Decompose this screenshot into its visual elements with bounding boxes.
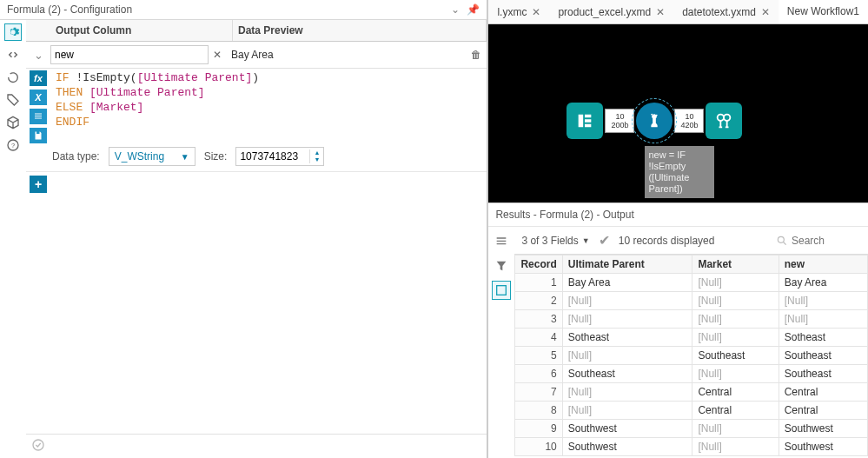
table-row[interactable]: 2[Null][Null][Null]	[515, 292, 868, 310]
cell-market: [Null]	[692, 438, 779, 456]
columns-header: Output Column Data Preview	[26, 20, 487, 42]
gear-icon[interactable]	[4, 23, 22, 41]
svg-rect-7	[497, 286, 507, 295]
left-tool-rail: ?	[0, 20, 26, 458]
cell-record: 6	[515, 365, 562, 383]
table-row[interactable]: 5[Null]SoutheastSoutheast	[515, 347, 868, 365]
svg-text:?: ?	[11, 142, 15, 149]
cell-record: 5	[515, 347, 562, 365]
browse-tool-node[interactable]	[706, 103, 742, 139]
size-down-icon[interactable]: ▼	[310, 156, 323, 163]
tab-file-0[interactable]: l.yxmc✕	[488, 0, 549, 23]
svg-point-4	[656, 115, 658, 116]
cell-market: [Null]	[692, 329, 779, 347]
results-title: Results - Formula (2) - Output	[488, 202, 868, 227]
cell-market: [Null]	[692, 310, 779, 329]
cell-ultimate-parent: [Null]	[562, 310, 692, 329]
refresh-icon[interactable]	[4, 69, 22, 86]
clear-input-icon[interactable]: ✕	[209, 49, 226, 61]
workflow-canvas[interactable]: 10200b 10420b new = IF !IsEmpty ([Ultima…	[488, 24, 868, 202]
table-icon[interactable]	[492, 232, 511, 251]
formula-row-header: ⌄ ✕ Bay Area 🗑	[26, 42, 487, 69]
cell-new: Southwest	[779, 420, 867, 438]
cell-ultimate-parent: Southwest	[562, 420, 692, 438]
cell-new: [Null]	[779, 292, 867, 310]
pin-icon[interactable]: 📌	[467, 3, 480, 16]
datatype-label: Data type:	[52, 150, 100, 163]
table-row[interactable]: 4Sotheast[Null]Sotheast	[515, 329, 868, 347]
add-formula-button[interactable]: +	[30, 176, 47, 193]
search-icon	[776, 235, 788, 247]
cell-ultimate-parent: Sotheast	[562, 329, 692, 347]
code-icon[interactable]	[4, 46, 22, 63]
size-up-icon[interactable]: ▲	[310, 149, 323, 156]
table-row[interactable]: 7[Null]CentralCentral	[515, 383, 868, 402]
tag-icon[interactable]	[4, 91, 22, 109]
tab-file-1[interactable]: product_excel.yxmd✕	[549, 0, 673, 23]
cube-icon[interactable]	[4, 114, 22, 131]
cell-new: [Null]	[779, 310, 867, 329]
cell-market: Central	[692, 383, 779, 402]
list-icon[interactable]	[30, 109, 47, 124]
close-icon[interactable]: ✕	[532, 6, 540, 18]
close-icon[interactable]: ✕	[761, 6, 770, 18]
output-column-header: Output Column	[50, 20, 233, 41]
help-icon[interactable]: ?	[4, 136, 22, 154]
table-row[interactable]: 1Bay Area[Null]Bay Area	[515, 274, 868, 292]
fx-icon[interactable]: fx	[30, 70, 47, 86]
size-spinbox[interactable]: ▲▼	[235, 147, 324, 166]
configuration-panel: Formula (2) - Configuration ⌄ 📌 ? Output…	[0, 0, 488, 458]
results-rail	[488, 227, 514, 458]
trash-icon[interactable]: 🗑	[466, 49, 487, 61]
cell-record: 8	[515, 402, 562, 420]
cell-new: Central	[779, 402, 867, 420]
results-grid[interactable]: Record Ultimate Parent Market new 1Bay A…	[514, 254, 868, 458]
save-icon[interactable]	[30, 128, 47, 143]
status-footer	[26, 434, 487, 458]
chevron-down-icon: ▼	[181, 152, 189, 162]
cell-market: Central	[692, 402, 779, 420]
col-market[interactable]: Market	[692, 256, 779, 274]
cell-record: 2	[515, 292, 562, 310]
table-row[interactable]: 6Southeast[Null]Southeast	[515, 365, 868, 383]
datatype-row: Data type: V_WString ▼ Size: ▲▼	[26, 143, 487, 172]
datatype-dropdown[interactable]: V_WString ▼	[109, 147, 195, 166]
svg-point-8	[778, 236, 784, 242]
search-box[interactable]	[776, 235, 861, 247]
svg-point-3	[652, 114, 653, 116]
collapse-row-icon[interactable]: ⌄	[26, 49, 50, 62]
table-row[interactable]: 3[Null][Null][Null]	[515, 310, 868, 329]
size-input[interactable]	[236, 148, 309, 165]
connection-stub: 10200b	[605, 109, 634, 133]
tab-file-2[interactable]: datetotext.yxmd✕	[673, 0, 779, 23]
input-tool-node[interactable]	[567, 103, 603, 139]
col-record[interactable]: Record	[515, 256, 562, 274]
check-circle-icon	[31, 438, 45, 452]
checkmark-icon[interactable]: ✔	[599, 232, 610, 249]
filter-icon[interactable]	[492, 256, 511, 275]
table-row[interactable]: 9Southwest[Null]Southwest	[515, 420, 868, 438]
table-row[interactable]: 10Southwest[Null]Southwest	[515, 438, 868, 456]
cell-ultimate-parent: Southeast	[562, 365, 692, 383]
search-input[interactable]	[792, 235, 861, 247]
cell-new: Southeast	[779, 365, 867, 383]
output-column-input[interactable]	[50, 45, 209, 64]
formula-editor[interactable]: IF !IsEmpty([Ultimate Parent]) THEN [Ult…	[50, 69, 487, 143]
cell-new: Southeast	[779, 347, 867, 365]
collapse-icon[interactable]: ⌄	[451, 3, 460, 16]
cell-record: 3	[515, 310, 562, 329]
formula-tool-node[interactable]	[636, 103, 673, 139]
variable-icon[interactable]: X	[30, 90, 47, 105]
cell-record: 1	[515, 274, 562, 292]
table-row[interactable]: 8[Null]CentralCentral	[515, 402, 868, 420]
col-ultimate-parent[interactable]: Ultimate Parent	[562, 256, 692, 274]
tab-file-3[interactable]: New Workflow1	[779, 0, 868, 23]
cell-record: 9	[515, 420, 562, 438]
cell-market: [Null]	[692, 274, 779, 292]
close-icon[interactable]: ✕	[656, 6, 665, 18]
fields-summary[interactable]: 3 of 3 Fields ▼	[521, 235, 589, 247]
cell-ultimate-parent: [Null]	[562, 292, 692, 310]
detail-icon[interactable]	[492, 281, 511, 300]
formula-icon-column: fx X	[26, 69, 50, 143]
col-new[interactable]: new	[779, 256, 867, 274]
